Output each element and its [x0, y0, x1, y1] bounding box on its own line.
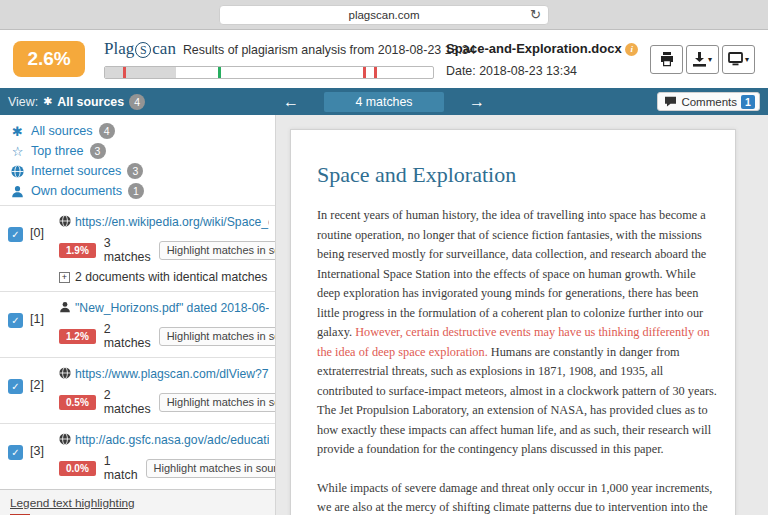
progress-bar[interactable]: [104, 66, 434, 79]
document-info: Space-and-Exploration.docx i Date: 2018-…: [446, 41, 650, 78]
sources-sidebar: ✱ All sources 4 ☆ Top three 3 Internet s…: [0, 115, 276, 515]
view-selector[interactable]: View: ✱ All sources 4: [8, 94, 145, 110]
source-link[interactable]: https://www.plagscan.com/dlView?7395199: [75, 367, 269, 381]
filter-own-documents[interactable]: Own documents 1: [0, 181, 275, 201]
globe-icon: [59, 365, 71, 383]
comments-button[interactable]: Comments 1: [657, 92, 760, 111]
highlight-matches-button[interactable]: Highlight matches in source: [159, 393, 276, 412]
progress-tick-red: [363, 67, 366, 78]
progress-tick-red: [123, 67, 126, 78]
source-index: [3]: [30, 444, 52, 482]
star-icon: ☆: [10, 144, 25, 159]
document-title: Space and Exploration: [317, 162, 719, 188]
filter-internet-sources[interactable]: Internet sources 3: [0, 161, 275, 181]
view-navbar: View: ✱ All sources 4 ← 4 matches → Comm…: [0, 88, 768, 115]
logo-s-icon: S: [135, 42, 151, 58]
count-badge: 4: [99, 123, 115, 139]
source-link[interactable]: https://en.wikipedia.org/wiki/Space_expl…: [75, 215, 269, 229]
source-index: [0]: [30, 226, 52, 284]
header-toolbar: ▾ ▾: [650, 45, 755, 74]
view-mode-button[interactable]: ▾: [722, 45, 755, 74]
count-badge: 3: [127, 163, 143, 179]
comments-count-badge: 1: [741, 95, 755, 109]
source-checkbox[interactable]: ✓: [8, 313, 23, 328]
highlight-matches-button[interactable]: Highlight matches in source: [159, 327, 276, 346]
document-name: Space-and-Exploration.docx i: [446, 41, 650, 56]
source-link[interactable]: "New_Horizons.pdf" dated 2018-06-15: [75, 301, 269, 315]
view-value: All sources: [57, 95, 124, 109]
document-date: Date: 2018-08-23 13:34: [446, 64, 650, 78]
globe-icon: [10, 165, 25, 178]
source-row-2: ✓ [2] https://www.plagscan.com/dlView?73…: [0, 357, 275, 423]
source-row-1: ✓ [1] "New_Horizons.pdf" dated 2018-06-1…: [0, 291, 275, 357]
paragraph-2: While impacts of severe damage and threa…: [317, 479, 719, 515]
content-area: ✱ All sources 4 ☆ Top three 3 Internet s…: [0, 115, 768, 515]
expand-icon[interactable]: +: [59, 272, 70, 283]
match-count: 3 matches: [104, 236, 151, 264]
filter-top-three[interactable]: ☆ Top three 3: [0, 141, 275, 161]
legend-title: Legend text highlighting: [10, 496, 265, 510]
download-button[interactable]: ▾: [686, 45, 719, 74]
report-header: 2.6% PlagScan Results of plagiarism anal…: [0, 30, 768, 88]
header-middle: PlagScan Results of plagiarism analysis …: [104, 39, 434, 79]
asterisk-icon: ✱: [43, 95, 52, 108]
reload-icon[interactable]: ↻: [530, 7, 541, 22]
match-percentage-badge: 1.2%: [59, 329, 96, 344]
download-icon: [693, 52, 706, 67]
match-percentage-badge: 0.5%: [59, 395, 96, 410]
url-text: plagscan.com: [349, 9, 420, 21]
count-badge: 1: [128, 183, 144, 199]
printer-icon: [659, 51, 675, 67]
result-title: Results of plagiarism analysis from 2018…: [183, 43, 476, 57]
source-row-0: ✓ [0] https://en.wikipedia.org/wiki/Spac…: [0, 205, 275, 291]
document-pane[interactable]: Space and Exploration In recent years of…: [276, 115, 768, 515]
highlight-matches-button[interactable]: Highlight matches in source: [146, 459, 276, 478]
caret-down-icon: ▾: [745, 55, 749, 64]
view-count-badge: 4: [129, 94, 145, 110]
progress-gray-segment: [105, 67, 176, 78]
plagscan-window: plagscan.com ↻ 2.6% PlagScan Results of …: [0, 0, 768, 515]
highlight-legend: Legend text highlighting Aa exact match …: [0, 489, 275, 515]
browser-bar: plagscan.com ↻: [0, 0, 768, 30]
source-index: [1]: [30, 312, 52, 350]
match-count: 1 match: [104, 454, 138, 482]
match-count: 2 matches: [104, 322, 151, 350]
match-count: 2 matches: [104, 388, 151, 416]
filter-all-sources[interactable]: ✱ All sources 4: [0, 121, 275, 141]
highlight-matches-button[interactable]: Highlight matches in source: [159, 241, 276, 260]
asterisk-icon: ✱: [10, 124, 25, 139]
address-bar[interactable]: plagscan.com ↻: [219, 5, 549, 25]
globe-icon: [59, 213, 71, 231]
globe-icon: [59, 431, 71, 449]
source-link[interactable]: http://adc.gsfc.nasa.gov/adc/education/s…: [75, 433, 269, 447]
progress-tick-red: [374, 67, 377, 78]
match-percentage-badge: 0.0%: [59, 461, 96, 476]
source-checkbox[interactable]: ✓: [8, 227, 23, 242]
print-button[interactable]: [650, 45, 683, 74]
user-icon: [59, 299, 71, 317]
monitor-icon: [728, 52, 743, 66]
count-badge: 3: [90, 143, 106, 159]
source-filters: ✱ All sources 4 ☆ Top three 3 Internet s…: [0, 115, 275, 205]
source-index: [2]: [30, 378, 52, 416]
paragraph-1: In recent years of human history, the id…: [317, 206, 719, 460]
info-icon[interactable]: i: [625, 43, 638, 56]
document-page: Space and Exploration In recent years of…: [290, 129, 736, 515]
comment-bubble-icon: [664, 96, 677, 107]
match-percentage-badge: 1.9%: [59, 243, 96, 258]
view-label: View:: [8, 95, 38, 109]
plagiarism-score-badge: 2.6%: [13, 41, 85, 77]
plagscan-logo[interactable]: PlagScan: [104, 39, 176, 59]
source-checkbox[interactable]: ✓: [8, 379, 23, 394]
previous-match-button[interactable]: ←: [283, 94, 299, 110]
progress-tick-green: [218, 67, 221, 78]
identical-matches-row: + 2 documents with identical matches: [59, 270, 269, 284]
matches-count-box: 4 matches: [324, 92, 444, 112]
comments-label: Comments: [681, 96, 737, 108]
next-match-button[interactable]: →: [469, 94, 485, 110]
user-icon: [10, 185, 25, 198]
caret-down-icon: ▾: [708, 55, 712, 64]
source-row-3: ✓ [3] http://adc.gsfc.nasa.gov/adc/educa…: [0, 423, 275, 489]
source-checkbox[interactable]: ✓: [8, 445, 23, 460]
identical-matches-label: 2 documents with identical matches: [75, 270, 267, 284]
